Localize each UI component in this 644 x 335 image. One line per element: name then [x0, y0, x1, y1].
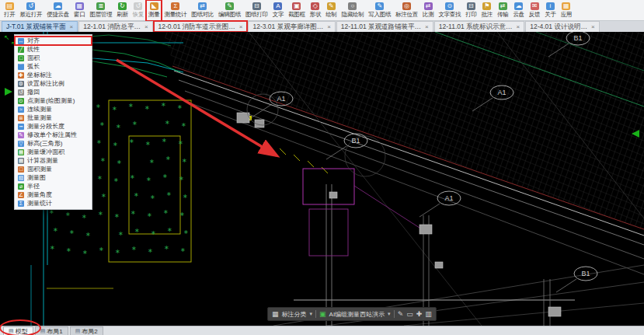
canvas-area[interactable]: ∗∗∗∗∗∗∗∗∗∗∗∗∗∗∗∗∗∗∗∗∗∗∗∗∗∗∗∗∗∗∗∗∗∗∗∗∗∗∗∗…: [0, 32, 644, 326]
menu-item-label: 批量测量: [27, 113, 52, 122]
toolbar-item-label: 便捷云盘: [47, 11, 69, 19]
toolbar-item-apps[interactable]: ▦应用: [559, 0, 574, 21]
floating-measure-toolbar: ▦ 标注分类 ▾ ▣ AI编组测量西站演示 ▾ ✎ ▭ ✚ ▥: [267, 307, 437, 321]
shape-icon: ◇: [311, 2, 319, 10]
menu-item-elevation[interactable]: ▽标高(三角形): [15, 139, 92, 148]
drawing-tab-6[interactable]: 12-4.01 设计说明…×: [525, 21, 599, 32]
toolbar-item-print[interactable]: ⊟打印: [463, 0, 479, 21]
layers-panel-icon[interactable]: ▥: [425, 309, 432, 319]
chevron-down-icon[interactable]: ▾: [388, 311, 391, 317]
toolbar-item-label: 编辑图纸: [218, 11, 241, 19]
menu-item-radius[interactable]: ⌀半径: [15, 182, 92, 190]
toolbar-item-open[interactable]: ▤打开: [2, 0, 17, 21]
toolbar-item-cloud[interactable]: ☁云盘: [510, 0, 526, 21]
chevron-down-icon[interactable]: ▾: [310, 311, 313, 317]
category-label[interactable]: 标注分类: [282, 310, 307, 319]
close-tab-icon[interactable]: ×: [70, 23, 74, 30]
menu-item-buffer-area[interactable]: ▦测量缓冲面积: [15, 148, 92, 156]
toolbar-item-label: 刷新: [117, 11, 127, 19]
toolbar-item-write[interactable]: ✎写入图纸: [366, 0, 393, 21]
move-icon[interactable]: ✚: [416, 309, 423, 319]
tree-symbol: ∗: [181, 121, 186, 128]
modify-annotation-icon: ✎: [18, 132, 24, 138]
menu-item-arc-length[interactable]: ⌒弧长: [15, 62, 92, 71]
toolbar-item-screenshot[interactable]: ▣截图框: [286, 0, 308, 21]
toolbar-item-shape[interactable]: ◇形状: [308, 0, 323, 21]
tree-symbol: ∗: [134, 191, 139, 198]
menu-item-measure-statistics[interactable]: Σ测量统计: [15, 199, 92, 208]
drawing-tab-1[interactable]: 12-1.01 消防总平…×: [78, 21, 152, 32]
toolbar-item-cloud-drive[interactable]: ☁便捷云盘: [44, 0, 71, 21]
toolbar-item-refresh[interactable]: ↻刷新: [114, 0, 130, 21]
toolbar-item-annotation-position[interactable]: ◎标注位置: [393, 0, 420, 21]
frame-select-icon[interactable]: ▭: [406, 309, 413, 319]
measure-set-label[interactable]: AI编组测量西站演示: [329, 310, 385, 319]
tree-symbol: ∗: [147, 211, 152, 218]
close-tab-icon[interactable]: ×: [517, 23, 520, 30]
transfer-icon: ⇄: [499, 2, 507, 10]
layout-tab-layout1[interactable]: ▤布局1: [35, 326, 68, 335]
toolbar-item-hide-draw[interactable]: ○隐藏绘制: [339, 0, 367, 21]
menu-item-continuous-measure[interactable]: ≈连续测量: [15, 105, 92, 113]
toolbar-item-text[interactable]: A文字: [270, 0, 286, 21]
menu-item-area[interactable]: □面积: [15, 54, 92, 62]
tree-symbol: ∗: [162, 173, 168, 180]
menu-item-segment-length[interactable]: ┅测量分段长度: [15, 122, 92, 131]
toolbar-item-edit-drawing[interactable]: ✎编辑图纸: [216, 0, 243, 21]
measure-icon: ◣: [150, 2, 158, 10]
tree-symbol: ∗: [151, 229, 156, 236]
menu-item-align[interactable]: ↔对齐: [15, 37, 92, 45]
toolbar-item-measure-stats[interactable]: Σ测量统计: [162, 0, 189, 21]
menu-item-point-measure[interactable]: ⊙点测量(绘图测量): [15, 96, 92, 105]
toolbar-item-window[interactable]: ▦窗口: [71, 0, 87, 21]
menu-item-angle[interactable]: ∠测量角度: [15, 190, 92, 199]
tree-symbol: ∗: [100, 156, 106, 163]
close-tab-icon[interactable]: ×: [327, 23, 331, 30]
layout-tab-layout2[interactable]: ▤布局2: [70, 326, 103, 335]
close-tab-icon[interactable]: ×: [425, 23, 429, 30]
toolbar-item-measure[interactable]: ◣测量: [146, 0, 162, 21]
cloud-drive-icon: ☁: [54, 2, 62, 10]
layout-tab-model[interactable]: ▤模型: [3, 326, 33, 335]
toolbar-item-layers[interactable]: ≣图层管理: [87, 0, 114, 21]
toolbar-item-find-text[interactable]: ⊙文字查找: [436, 0, 463, 21]
menu-item-area-measure[interactable]: □面积测量: [15, 165, 92, 173]
toolbar-item-recent[interactable]: ↺最近打开: [17, 0, 44, 21]
drawing-tab-3[interactable]: 12-3.01 景观亭廊详图…×: [248, 21, 335, 32]
close-tab-icon[interactable]: ×: [239, 23, 243, 30]
menu-item-calculator[interactable]: ▦计算器测量: [15, 156, 92, 165]
toolbar-item-feedback[interactable]: ✉反馈: [527, 0, 542, 21]
menu-item-scale-setting[interactable]: ⚙设置标注比例: [15, 79, 92, 88]
toolbar-item-note[interactable]: ⚑批注: [479, 0, 495, 21]
close-tab-icon[interactable]: ×: [591, 23, 595, 30]
menu-item-batch-measure[interactable]: ≣批量测量: [15, 113, 92, 122]
toolbar-item-transfer[interactable]: ⇄传输: [495, 0, 510, 21]
toolbar-item-about[interactable]: i关于: [542, 0, 558, 21]
toolbar-item-restore[interactable]: ↺恢复: [131, 0, 146, 21]
divider: [394, 310, 395, 318]
toolbar-item-compare[interactable]: ⇄图纸对比: [189, 0, 216, 21]
toolbar-item-label: 恢复: [133, 11, 144, 19]
menu-item-linear[interactable]: ╱线性: [15, 45, 92, 54]
tree-symbol: ∗: [132, 120, 138, 127]
axis-bubble-label: B1: [581, 270, 590, 277]
toolbar-item-compare-measure[interactable]: ⇄比测: [420, 0, 436, 21]
toolbar-item-label: 测量统计: [164, 11, 186, 19]
tree-symbol: ∗: [112, 105, 117, 112]
menu-item-modify-annotation[interactable]: ✎修改单个标注属性: [15, 131, 92, 139]
drawing-tab-2[interactable]: 12-0.01 消防车道示意图…×: [154, 21, 248, 32]
drawing-tab-5[interactable]: 12-11.01 系统标识示意…×: [434, 21, 524, 32]
cad-canvas[interactable]: ∗∗∗∗∗∗∗∗∗∗∗∗∗∗∗∗∗∗∗∗∗∗∗∗∗∗∗∗∗∗∗∗∗∗∗∗∗∗∗∗…: [0, 32, 644, 326]
toolbar-item-print-drawing[interactable]: ⊟图纸打印: [243, 0, 270, 21]
menu-item-undo[interactable]: ↺撤回: [15, 88, 92, 96]
edit-icon[interactable]: ✎: [398, 309, 404, 319]
menu-item-measure-map[interactable]: ▧测量图: [15, 173, 92, 182]
menu-item-coordinate[interactable]: ✚坐标标注: [15, 71, 92, 79]
drawing-tab-0[interactable]: J-T.01 景观铺装平面×: [2, 21, 78, 32]
toolbar-item-draw[interactable]: ✎绘制: [323, 0, 339, 21]
drawing-tab-4[interactable]: 12-11.01 景观道路铺装平…×: [336, 21, 433, 32]
toolbar-item-label: 窗口: [74, 11, 85, 19]
tree-symbol: ∗: [164, 244, 169, 251]
close-tab-icon[interactable]: ×: [144, 23, 148, 30]
layout-tab-label: 布局1: [47, 327, 62, 335]
